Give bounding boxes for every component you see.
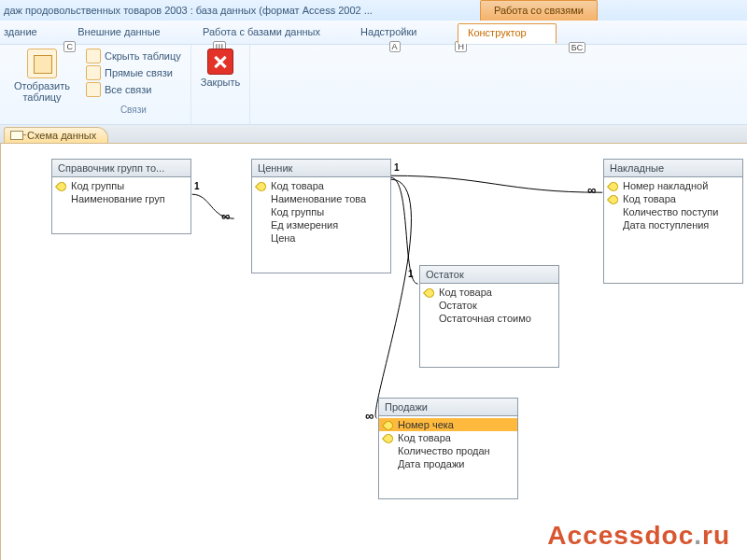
card-one: 1 (408, 269, 414, 279)
table-title[interactable]: Накладные (604, 160, 742, 177)
field-key[interactable]: Код товара (379, 431, 517, 444)
document-tabs: Схема данных (0, 125, 747, 144)
close-button[interactable]: Закрыть (201, 49, 240, 88)
relationships-canvas[interactable]: 1 ∞ 1 ∞ 1 ∞ Справочник групп то... Код г… (0, 144, 747, 560)
table-sales[interactable]: Продажи Номер чека Код товара Количество… (378, 398, 518, 499)
window-title: даж продовольственных товаров 2003 : баз… (4, 5, 373, 16)
field[interactable]: Дата продажи (379, 457, 517, 470)
ribbon-group-label: Связи (120, 105, 147, 115)
card-many: ∞ (587, 183, 596, 197)
window-title-bar: даж продовольственных товаров 2003 : баз… (0, 0, 747, 21)
watermark: Accessdoc.ru (547, 521, 730, 551)
ribbon-small-buttons: Скрыть таблицу Прямые связи Все связи Св… (86, 49, 181, 115)
ribbon-tabs: здание С Внешние данные Ш Работа с базам… (0, 21, 747, 45)
field[interactable]: Дата поступления (604, 218, 742, 231)
all-relations-icon (86, 82, 101, 97)
field[interactable]: Остаток (420, 299, 558, 312)
all-relations-button[interactable]: Все связи (86, 82, 151, 97)
direct-relations-icon (86, 65, 101, 80)
card-one: 1 (394, 162, 400, 173)
card-one: 1 (194, 181, 200, 191)
table-prices[interactable]: Ценник Код товара Наименование това Код … (251, 159, 391, 273)
table-title[interactable]: Остаток (420, 266, 558, 284)
field[interactable]: Цена (252, 231, 390, 245)
table-title[interactable]: Продажи (379, 399, 517, 416)
show-table-icon (27, 49, 57, 78)
card-many: ∞ (365, 409, 374, 423)
ribbon-group-close: Закрыть (191, 45, 250, 124)
table-title[interactable]: Ценник (252, 160, 390, 177)
ribbon-tab-design[interactable]: Конструктор БС (458, 23, 557, 44)
field-key[interactable]: Код товара (604, 192, 742, 205)
field-key[interactable]: Код товара (420, 286, 558, 299)
field-key[interactable]: Код товара (252, 179, 390, 192)
field[interactable]: Количество продан (379, 444, 517, 457)
field-key[interactable]: Код группы (52, 179, 190, 192)
field[interactable]: Остаточная стоимо (420, 312, 558, 325)
ribbon-tab-addins[interactable]: Надстройки Н (360, 26, 431, 38)
hide-table-icon (86, 49, 101, 63)
schema-tab[interactable]: Схема данных (4, 127, 108, 143)
table-invoices[interactable]: Накладные Номер накладной Код товара Кол… (603, 159, 743, 284)
ribbon-body: Отобразить таблицу Скрыть таблицу Прямые… (0, 45, 747, 125)
field[interactable]: Наименование груп (52, 192, 190, 205)
field[interactable]: Ед измерения (252, 218, 390, 231)
field-key-selected[interactable]: Номер чека (379, 418, 517, 431)
table-groups[interactable]: Справочник групп то... Код группы Наимен… (51, 159, 191, 234)
show-table-button[interactable]: Отобразить таблицу (9, 49, 75, 103)
keytip: С (63, 41, 76, 52)
direct-relations-button[interactable]: Прямые связи (86, 65, 173, 80)
ribbon-tab-database-tools[interactable]: Работа с базами данных А (203, 26, 334, 38)
field[interactable]: Количество поступи (604, 205, 742, 218)
relationships-icon (10, 131, 23, 140)
field[interactable]: Код группы (252, 205, 390, 218)
table-title[interactable]: Справочник групп то... (52, 160, 190, 177)
hide-table-button[interactable]: Скрыть таблицу (86, 49, 181, 63)
table-stock[interactable]: Остаток Код товара Остаток Остаточная ст… (419, 265, 559, 368)
keytip: БС (569, 42, 585, 53)
card-many: ∞ (221, 209, 230, 223)
contextual-tab-relationships[interactable]: Работа со связями (480, 0, 598, 21)
keytip: А (389, 41, 401, 52)
field-key[interactable]: Номер накладной (604, 179, 742, 192)
field[interactable]: Наименование това (252, 192, 390, 205)
ribbon-tab-create[interactable]: здание С (4, 26, 51, 38)
ribbon-group-tools: Отобразить таблицу Скрыть таблицу Прямые… (0, 45, 191, 124)
close-icon (207, 49, 233, 75)
ribbon-tab-external-data[interactable]: Внешние данные Ш (78, 26, 176, 38)
